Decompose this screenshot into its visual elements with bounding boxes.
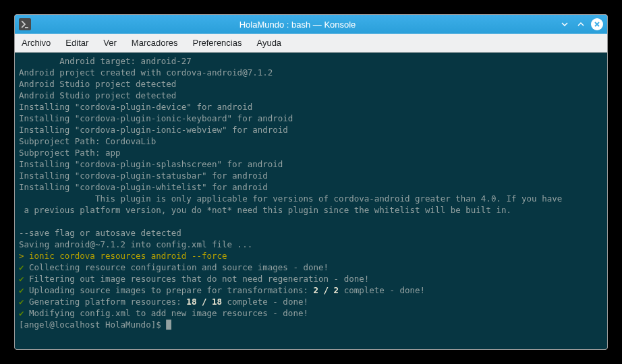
command-text: ionic cordova resources android --force (29, 251, 227, 261)
output-line: Saving android@~7.1.2 into config.xml fi… (19, 239, 603, 250)
close-button[interactable] (591, 18, 603, 30)
command-prefix: > (19, 251, 29, 261)
menu-archivo[interactable]: Archivo (22, 38, 51, 48)
check-icon: ✔ (19, 274, 24, 284)
menu-editar[interactable]: Editar (65, 38, 88, 48)
minimize-button[interactable] (559, 18, 571, 30)
check-icon: ✔ (19, 297, 24, 307)
status-line: ✔ Modifying config.xml to add new image … (19, 307, 603, 319)
output-line: Android Studio project detected (19, 78, 603, 90)
status-line: ✔ Collecting resource configuration and … (19, 262, 603, 273)
shell-prompt: [angel@localhost HolaMundo]$ (19, 320, 166, 330)
window-title: HolaMundo : bash — Konsole (36, 20, 559, 30)
menu-marcadores[interactable]: Marcadores (132, 38, 178, 48)
status-line: ✔ Uploading source images to prepare for… (19, 284, 603, 296)
output-line: --save flag or autosave detected (19, 227, 603, 239)
output-line: This plugin is only applicable for versi… (19, 193, 603, 204)
output-line (19, 216, 603, 227)
check-icon: ✔ (19, 308, 24, 318)
menubar: Archivo Editar Ver Marcadores Preferenci… (15, 34, 607, 53)
output-line: Android project created with cordova-and… (19, 67, 603, 78)
output-line: Installing "cordova-plugin-statusbar" fo… (19, 170, 603, 181)
check-icon: ✔ (19, 285, 24, 295)
output-line: Android Studio project detected (19, 90, 603, 101)
output-line: Installing "cordova-plugin-ionic-keyboar… (19, 113, 603, 124)
window-controls (559, 18, 603, 30)
output-line: Subproject Path: app (19, 147, 603, 158)
status-line: ✔ Filtering out image resources that do … (19, 273, 603, 284)
output-line: Installing "cordova-plugin-ionic-webview… (19, 124, 603, 135)
prompt-line: [angel@localhost HolaMundo]$ █ (19, 319, 603, 330)
terminal-output[interactable]: Android target: android-27 Android proje… (15, 53, 607, 349)
maximize-button[interactable] (575, 18, 587, 30)
check-icon: ✔ (19, 262, 24, 272)
output-line: Installing "cordova-plugin-whitelist" fo… (19, 181, 603, 193)
output-line: Installing "cordova-plugin-splashscreen"… (19, 158, 603, 170)
output-line: Subproject Path: CordovaLib (19, 135, 603, 147)
output-line: a previous platform version, you do *not… (19, 204, 603, 216)
status-line: ✔ Generating platform resources: 18 / 18… (19, 296, 603, 307)
menu-ver[interactable]: Ver (103, 38, 117, 48)
command-line: > ionic cordova resources android --forc… (19, 250, 603, 262)
output-line: Installing "cordova-plugin-device" for a… (19, 101, 603, 113)
app-icon (19, 18, 31, 30)
app-window: HolaMundo : bash — Konsole Archivo Edita… (14, 14, 608, 350)
cursor: █ (166, 320, 171, 330)
menu-ayuda[interactable]: Ayuda (256, 38, 281, 48)
output-line: Android target: android-27 (19, 55, 603, 67)
menu-preferencias[interactable]: Preferencias (192, 38, 242, 48)
titlebar: HolaMundo : bash — Konsole (15, 15, 607, 34)
